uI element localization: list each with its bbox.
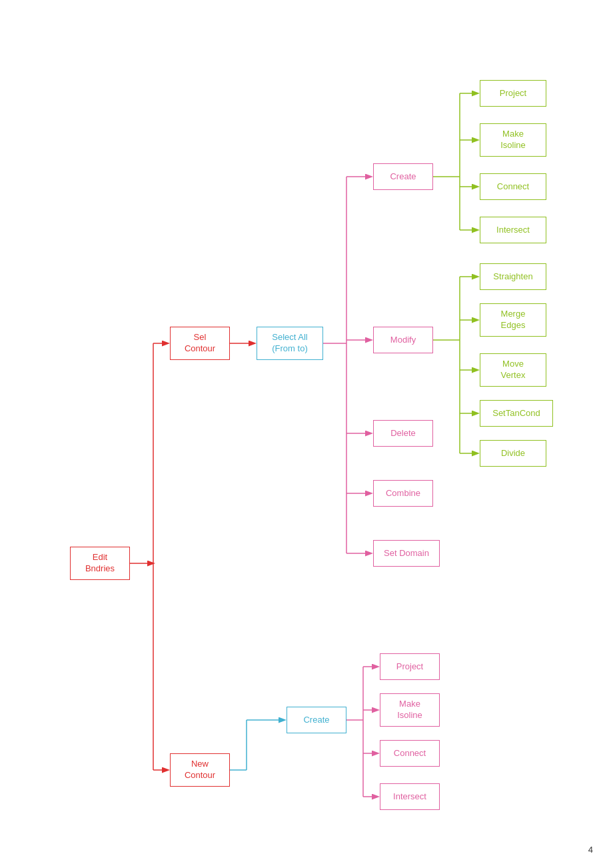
- intersect-bot-node[interactable]: Intersect: [380, 783, 440, 810]
- merge-edges-node[interactable]: Merge Edges: [480, 303, 546, 337]
- intersect-top-node[interactable]: Intersect: [480, 217, 546, 243]
- move-vertex-node[interactable]: Move Vertex: [480, 353, 546, 387]
- straighten-node[interactable]: Straighten: [480, 263, 546, 290]
- sel-contour-node[interactable]: Sel Contour: [170, 327, 230, 360]
- make-isoline-top-node[interactable]: Make Isoline: [480, 123, 546, 157]
- page-number: 4: [588, 845, 593, 855]
- modify-node[interactable]: Modify: [373, 327, 433, 353]
- delete-node[interactable]: Delete: [373, 420, 433, 447]
- create-bot-node[interactable]: Create: [287, 707, 346, 733]
- project-top-node[interactable]: Project: [480, 80, 546, 107]
- make-isoline-bot-node[interactable]: Make Isoline: [380, 693, 440, 727]
- select-all-node[interactable]: Select All (From to): [257, 327, 323, 360]
- combine-node[interactable]: Combine: [373, 480, 433, 507]
- set-tan-cond-node[interactable]: SetTanCond: [480, 400, 553, 427]
- set-domain-node[interactable]: Set Domain: [373, 540, 440, 567]
- create-top-node[interactable]: Create: [373, 163, 433, 190]
- project-bot-node[interactable]: Project: [380, 653, 440, 680]
- connect-bot-node[interactable]: Connect: [380, 740, 440, 767]
- divide-node[interactable]: Divide: [480, 440, 546, 467]
- new-contour-node[interactable]: New Contour: [170, 753, 230, 787]
- connect-top-node[interactable]: Connect: [480, 173, 546, 200]
- edit-bndries-node[interactable]: Edit Bndries: [70, 547, 130, 580]
